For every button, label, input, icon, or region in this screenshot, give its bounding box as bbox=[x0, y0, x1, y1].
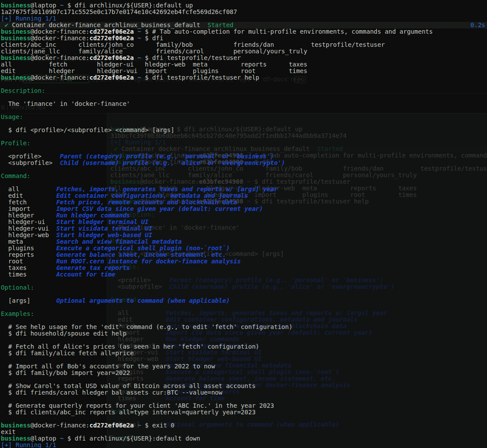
terminal-line: all fetch hledger-ui hledger-web meta re… bbox=[0, 61, 487, 68]
terminal-line bbox=[0, 317, 487, 324]
terminal-text: hledger-ui bbox=[1, 218, 56, 225]
desktop: { "terminal": { "container_id": "cd272ef… bbox=[0, 0, 487, 448]
terminal-text: business bbox=[1, 2, 30, 9]
terminal-line: <subprofile> Child (username) profile (e… bbox=[0, 160, 487, 166]
terminal-text: # Fetch all of Alice's prices (as seen i… bbox=[1, 343, 259, 350]
terminal-line: clients/abc_inc clients/john_co family/b… bbox=[0, 42, 487, 48]
terminal-line: root Run ROOT.cern instance for docker-f… bbox=[0, 258, 487, 265]
terminal-text: all fetch hledger-ui hledger-web meta re… bbox=[1, 61, 307, 68]
terminal-text: Search and view financial metadata bbox=[56, 238, 182, 245]
terminal-line: hledger Run hledger commands bbox=[0, 212, 487, 219]
terminal-text: $ dfi clients/abc_inc reports all=type i… bbox=[1, 409, 256, 416]
terminal-text: hledger bbox=[1, 212, 56, 219]
terminal-line bbox=[0, 81, 487, 88]
terminal-line: Command: bbox=[0, 173, 487, 179]
terminal-line bbox=[0, 376, 487, 383]
terminal-line: meta Search and view financial metadata bbox=[0, 238, 487, 245]
terminal-text: business bbox=[1, 422, 30, 429]
terminal-line bbox=[0, 278, 487, 284]
terminal-text: edit hledger hledger-vui import plugins … bbox=[1, 67, 307, 74]
terminal-text: $ dfi archlinux/${USER}:default down bbox=[64, 435, 200, 442]
terminal-text: Import CSV data since given year (defaul… bbox=[56, 205, 263, 212]
terminal-line: ✔ Container docker-finance_archlinux_bus… bbox=[0, 22, 487, 28]
terminal-text: cd272ef06e2a bbox=[89, 422, 134, 429]
terminal-text: clients/abc_inc clients/john_co family/b… bbox=[1, 41, 385, 48]
terminal-text: ~ bbox=[134, 74, 141, 81]
terminal-text: $ dfi friends/carol hledger bal assets c… bbox=[1, 389, 222, 396]
terminal-text: Examples: bbox=[1, 310, 34, 317]
terminal-text: Fetch prices, remote accounts and blockc… bbox=[56, 199, 237, 206]
terminal-line: $ dfi clients/abc_inc reports all=type i… bbox=[0, 409, 487, 416]
terminal-line: business@docker-finance:cd272ef06e2a ~ $… bbox=[0, 55, 487, 61]
terminal-text: @laptop bbox=[30, 435, 56, 442]
terminal-text: Start hledger terminal UI bbox=[56, 218, 148, 225]
terminal-text: clients/jane_llc family/alice friends/ca… bbox=[1, 48, 307, 55]
terminal-text: @docker-finance: bbox=[30, 35, 89, 42]
terminal-text: Child (username) profile (e.g., 'alice' … bbox=[60, 159, 285, 166]
terminal-line bbox=[0, 337, 487, 343]
terminal-text: cd272ef06e2a bbox=[89, 74, 134, 81]
terminal-line: $ dfi household/spouse edit help bbox=[0, 330, 487, 337]
terminal-text: plugins bbox=[1, 245, 56, 252]
terminal-text: cd272ef06e2a bbox=[89, 28, 134, 35]
terminal-text: Optional arguments to command (when appl… bbox=[56, 297, 229, 304]
terminal-line: hledger-vui Start visidata terminal UI bbox=[0, 225, 487, 232]
terminal-text: business bbox=[1, 74, 30, 81]
terminal-line: # Generate quarterly reports for your cl… bbox=[0, 402, 487, 409]
terminal-line: Examples: bbox=[0, 311, 487, 317]
terminal-text: $ dfi archlinux/${USER}:default up bbox=[64, 2, 193, 9]
terminal-text: taxes bbox=[1, 264, 56, 271]
terminal-line bbox=[0, 357, 487, 363]
terminal-line: # Import all of Bob's accounts for the y… bbox=[0, 363, 487, 370]
terminal-text: <profile> bbox=[1, 153, 60, 160]
terminal-line: plugins Execute a categorical shell plug… bbox=[0, 245, 487, 252]
terminal-text: import bbox=[1, 205, 56, 212]
terminal-text: fetch bbox=[1, 199, 56, 206]
terminal-text: $ dfi household/spouse edit help bbox=[1, 330, 127, 337]
terminal-line: business@laptop ~ $ dfi archlinux/${USER… bbox=[0, 435, 487, 442]
terminal-line bbox=[0, 94, 487, 101]
terminal-text: business bbox=[1, 28, 30, 35]
terminal-text: edit bbox=[1, 192, 56, 199]
terminal-text: ~ bbox=[134, 35, 141, 42]
terminal-line: $ dfi <profile>/<subprofile> <command> [… bbox=[0, 127, 487, 133]
terminal-text: @laptop bbox=[30, 2, 56, 9]
terminal-text: Usage: bbox=[1, 113, 23, 120]
terminal-line: hledger-ui Start hledger terminal UI bbox=[0, 219, 487, 225]
terminal-text: hledger-vui bbox=[1, 225, 56, 232]
terminal-text: [+] Running 1/1 bbox=[1, 441, 56, 448]
terminal-line: edit hledger hledger-vui import plugins … bbox=[0, 68, 487, 74]
terminal-text: Run ROOT.cern instance for docker-financ… bbox=[56, 258, 240, 265]
terminal-line: # Fetch all of Alice's prices (as seen i… bbox=[0, 343, 487, 350]
terminal-line: # See help usage for the 'edit' command … bbox=[0, 324, 487, 330]
terminal-text: @docker-finance: bbox=[30, 28, 89, 35]
terminal-text: $ # Tab auto-completion for multi-profil… bbox=[141, 28, 433, 35]
terminal-text: cd272ef06e2a bbox=[89, 54, 134, 61]
terminal-text: 1a27675f30110907c171c5525e0c17b7e0174e10… bbox=[1, 8, 237, 15]
terminal-line bbox=[0, 396, 487, 402]
terminal-line: taxes Generate tax reports bbox=[0, 265, 487, 271]
terminal-text: business bbox=[1, 35, 30, 42]
terminal-line: The 'finance' in 'docker-finance' bbox=[0, 101, 487, 107]
terminal-text: @docker-finance: bbox=[30, 54, 89, 61]
terminal-text: $ dfi testprofile/testuser bbox=[141, 54, 241, 61]
terminal-text: Description: bbox=[1, 87, 45, 94]
terminal-line: exit bbox=[0, 429, 487, 435]
terminal-text: ~ bbox=[56, 435, 64, 442]
terminal-text: ✔ bbox=[1, 21, 8, 28]
terminal-text: Container docker-finance_archlinux_busin… bbox=[8, 21, 208, 28]
terminal-text: @docker-finance: bbox=[30, 422, 89, 429]
terminal-line: [+] Running 1/1 bbox=[0, 15, 487, 22]
terminal-text: # Generate quarterly reports for your cl… bbox=[1, 402, 274, 409]
terminal-line: edit Edit container configurations, meta… bbox=[0, 192, 487, 199]
terminal-text: $ exit 0 bbox=[141, 422, 174, 429]
terminal-text: hledger-web bbox=[1, 231, 56, 238]
terminal[interactable]: business@laptop ~ $ dfi archlinux/${USER… bbox=[0, 0, 487, 448]
terminal-text: @docker-finance: bbox=[30, 74, 89, 81]
terminal-text: [+] Running 1/1 bbox=[1, 15, 56, 22]
terminal-text: times bbox=[1, 271, 56, 278]
terminal-line bbox=[0, 291, 487, 298]
terminal-line: Description: bbox=[0, 88, 487, 94]
terminal-line: business@docker-finance:cd272ef06e2a ~ $… bbox=[0, 28, 487, 35]
terminal-line bbox=[0, 147, 487, 153]
